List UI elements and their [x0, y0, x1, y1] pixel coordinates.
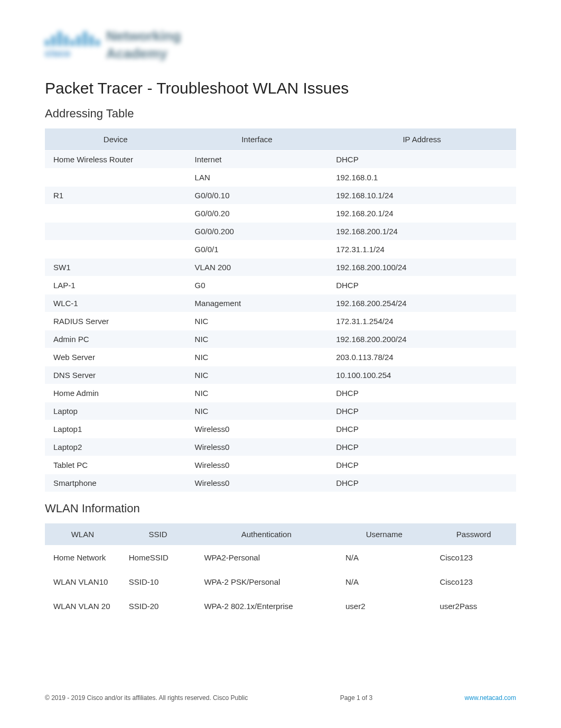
table-cell: 192.168.200.1/24 [328, 223, 516, 240]
table-cell: Cisco123 [431, 546, 516, 569]
table-cell: DHCP [328, 151, 516, 168]
table-cell: user2 [337, 594, 431, 618]
table-cell: DHCP [328, 420, 516, 438]
logo-line1: Networking [106, 28, 181, 44]
table-row: G0/0/1172.31.1.1/24 [45, 241, 516, 258]
table-cell: NIC [186, 312, 328, 330]
table-row: WLAN VLAN10SSID-10WPA-2 PSK/PersonalN/AC… [45, 570, 516, 594]
table-cell: Laptop [45, 402, 186, 420]
table-cell: 10.100.100.254 [328, 366, 516, 384]
table-cell: 192.168.200.200/24 [328, 330, 516, 348]
table-cell: DHCP [328, 456, 516, 474]
wlan-info-heading: WLAN Information [45, 502, 516, 515]
table-cell: Wireless0 [186, 474, 328, 492]
logo-line2: Academy [106, 45, 181, 62]
table-cell: NIC [186, 330, 328, 348]
table-cell: Home Admin [45, 384, 186, 402]
table-row: LAP-1G0DHCP [45, 277, 516, 294]
table-cell: G0/0/0.200 [186, 223, 328, 240]
table-row: Home Wireless RouterInternetDHCP [45, 151, 516, 168]
table-cell: WPA-2 PSK/Personal [195, 570, 337, 594]
table-cell: Management [186, 294, 328, 312]
table-cell: Web Server [45, 348, 186, 366]
wlan-header-ssid: SSID [120, 523, 196, 545]
table-cell: SW1 [45, 259, 186, 276]
addressing-table: Device Interface IP Address Home Wireles… [45, 128, 516, 492]
table-cell: WLAN VLAN10 [45, 570, 120, 594]
wlan-header-wlan: WLAN [45, 523, 120, 545]
table-cell: DHCP [328, 474, 516, 492]
table-cell: LAP-1 [45, 277, 186, 294]
table-cell: Cisco123 [431, 570, 516, 594]
table-row: R1G0/0/0.10192.168.10.1/24 [45, 187, 516, 204]
addressing-header-interface: Interface [186, 128, 328, 150]
logo-subtitle: Networking Academy [106, 28, 181, 62]
table-cell: WLC-1 [45, 294, 186, 312]
table-cell: SSID-20 [120, 594, 196, 618]
table-cell: NIC [186, 348, 328, 366]
table-cell [45, 241, 186, 258]
table-cell: RADIUS Server [45, 312, 186, 330]
footer-link[interactable]: www.netacad.com [465, 694, 516, 702]
table-cell: DNS Server [45, 366, 186, 384]
footer: © 2019 - 2019 Cisco and/or its affiliate… [45, 694, 516, 702]
table-row: G0/0/0.20192.168.20.1/24 [45, 205, 516, 222]
table-cell: 172.31.1.254/24 [328, 312, 516, 330]
table-cell: NIC [186, 402, 328, 420]
table-cell: N/A [337, 570, 431, 594]
wlan-header-user: Username [337, 523, 431, 545]
table-cell [45, 205, 186, 222]
table-row: Admin PCNIC192.168.200.200/24 [45, 330, 516, 348]
table-cell: Internet [186, 151, 328, 168]
logo-brand-text: cisco [45, 48, 100, 59]
table-cell: NIC [186, 384, 328, 402]
table-cell: Admin PC [45, 330, 186, 348]
table-row: Home NetworkHomeSSIDWPA2-PersonalN/ACisc… [45, 546, 516, 569]
table-cell: G0 [186, 277, 328, 294]
table-row: WLC-1Management192.168.200.254/24 [45, 294, 516, 312]
table-cell: SSID-10 [120, 570, 196, 594]
table-cell: DHCP [328, 402, 516, 420]
table-cell: WPA-2 802.1x/Enterprise [195, 594, 337, 618]
table-cell: WPA2-Personal [195, 546, 337, 569]
table-cell: 192.168.200.254/24 [328, 294, 516, 312]
table-cell: user2Pass [431, 594, 516, 618]
table-cell: Wireless0 [186, 456, 328, 474]
page-title: Packet Tracer - Troubleshoot WLAN Issues [45, 79, 516, 97]
addressing-header-device: Device [45, 128, 186, 150]
table-cell: R1 [45, 187, 186, 204]
table-row: Laptop1Wireless0DHCP [45, 420, 516, 438]
table-row: LaptopNICDHCP [45, 402, 516, 420]
table-cell: WLAN VLAN 20 [45, 594, 120, 618]
addressing-header-ip: IP Address [328, 128, 516, 150]
table-row: DNS ServerNIC10.100.100.254 [45, 366, 516, 384]
table-cell [45, 223, 186, 240]
table-cell: Laptop2 [45, 438, 186, 456]
table-cell: NIC [186, 366, 328, 384]
table-cell: VLAN 200 [186, 259, 328, 276]
table-cell [45, 169, 186, 186]
table-cell: 172.31.1.1/24 [328, 241, 516, 258]
table-row: LAN192.168.0.1 [45, 169, 516, 186]
table-cell: Wireless0 [186, 438, 328, 456]
table-cell: 192.168.200.100/24 [328, 259, 516, 276]
table-cell: G0/0/0.20 [186, 205, 328, 222]
table-cell: G0/0/1 [186, 241, 328, 258]
cisco-logo: cisco Networking Academy [45, 26, 182, 63]
table-cell: Tablet PC [45, 456, 186, 474]
table-row: RADIUS ServerNIC172.31.1.254/24 [45, 312, 516, 330]
wlan-header-pass: Password [431, 523, 516, 545]
wlan-table: WLAN SSID Authentication Username Passwo… [45, 523, 516, 619]
table-row: Web ServerNIC203.0.113.78/24 [45, 348, 516, 366]
table-cell: 192.168.10.1/24 [328, 187, 516, 204]
table-cell: HomeSSID [120, 546, 196, 569]
table-row: SW1VLAN 200192.168.200.100/24 [45, 259, 516, 276]
table-cell: Laptop1 [45, 420, 186, 438]
wlan-header-auth: Authentication [195, 523, 337, 545]
table-cell: Smartphone [45, 474, 186, 492]
cisco-logo-mark: cisco [45, 31, 100, 59]
table-row: WLAN VLAN 20SSID-20WPA-2 802.1x/Enterpri… [45, 594, 516, 618]
table-cell: 203.0.113.78/24 [328, 348, 516, 366]
addressing-table-heading: Addressing Table [45, 107, 516, 121]
table-cell: 192.168.0.1 [328, 169, 516, 186]
